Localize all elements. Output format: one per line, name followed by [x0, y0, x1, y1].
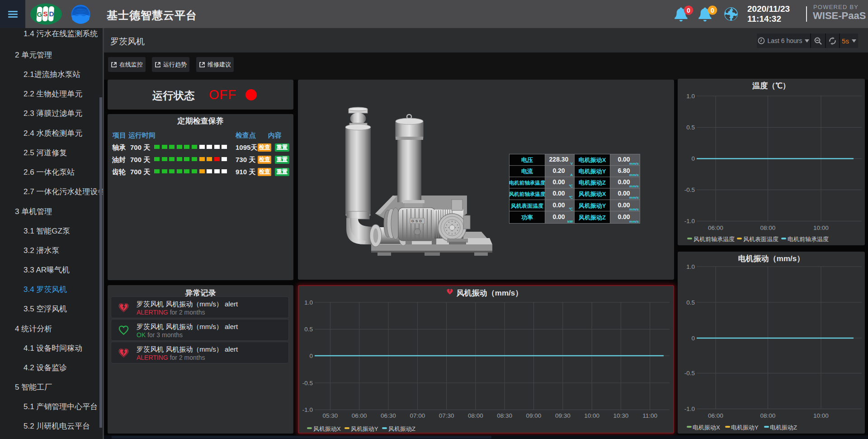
svg-text:0: 0: [691, 335, 695, 342]
svg-text:0.5: 0.5: [304, 326, 313, 333]
svg-text:0.5: 0.5: [686, 299, 695, 306]
svg-text:mm/s: mm/s: [629, 162, 639, 166]
svg-text:-1.0: -1.0: [684, 218, 695, 224]
svg-text:风机表面温度: 风机表面温度: [510, 203, 543, 209]
svg-text:0.00: 0.00: [618, 156, 630, 163]
svg-text:A: A: [570, 173, 573, 177]
svg-text:05:30: 05:30: [323, 412, 338, 419]
svg-text:电机振动X: 电机振动X: [579, 157, 606, 163]
svg-text:07:30: 07:30: [439, 412, 454, 419]
svg-text:风机振动X: 风机振动X: [578, 191, 606, 197]
svg-text:电机前轴承温度: 电机前轴承温度: [509, 180, 546, 186]
svg-text:-0.5: -0.5: [684, 370, 695, 377]
svg-text:0: 0: [691, 155, 695, 162]
svg-text:风机前轴承温度: 风机前轴承温度: [509, 191, 546, 197]
svg-text:电机振动Y: 电机振动Y: [731, 424, 759, 431]
svg-text:07:00: 07:00: [410, 412, 425, 419]
svg-text:风机振动Z: 风机振动Z: [578, 214, 606, 221]
svg-text:GSD: GSD: [411, 219, 423, 223]
svg-text:风机振动Y: 风机振动Y: [578, 202, 606, 209]
svg-text:0.5: 0.5: [686, 124, 695, 131]
svg-text:1.0: 1.0: [304, 299, 313, 306]
svg-text:08:00: 08:00: [760, 224, 776, 231]
svg-text:10:00: 10:00: [813, 412, 829, 419]
svg-text:10:30: 10:30: [613, 412, 629, 419]
svg-text:风机振动Y: 风机振动Y: [351, 425, 378, 432]
svg-text:0.20: 0.20: [552, 167, 565, 174]
svg-text:风机表面温度: 风机表面温度: [743, 236, 778, 243]
svg-text:08:00: 08:00: [468, 412, 483, 419]
svg-text:mm/s: mm/s: [629, 220, 639, 224]
svg-text:G: G: [37, 10, 42, 18]
svg-text:06:00: 06:00: [708, 224, 723, 231]
svg-text:S: S: [43, 10, 48, 18]
svg-text:mm/s: mm/s: [629, 207, 639, 211]
svg-text:-1.0: -1.0: [684, 406, 695, 412]
svg-text:0.00: 0.00: [552, 213, 565, 220]
svg-text:风机振动（mm/s）: 风机振动（mm/s）: [456, 289, 523, 297]
svg-text:kW: kW: [567, 220, 573, 224]
svg-text:08:00: 08:00: [760, 412, 776, 419]
svg-text:09:00: 09:00: [526, 412, 542, 419]
svg-text:功率: 功率: [521, 214, 533, 221]
svg-text:6.80: 6.80: [618, 167, 630, 174]
svg-text:06:00: 06:00: [708, 412, 723, 419]
svg-text:10:00: 10:00: [584, 412, 599, 419]
svg-text:1.0: 1.0: [686, 93, 695, 100]
svg-text:电机振动Y: 电机振动Y: [579, 168, 606, 175]
svg-text:0: 0: [687, 7, 690, 14]
svg-text:风机前轴承温度: 风机前轴承温度: [693, 236, 735, 243]
svg-text:mm/s: mm/s: [629, 173, 639, 177]
svg-text:电机前轴承温度: 电机前轴承温度: [788, 236, 829, 243]
svg-text:0.00: 0.00: [552, 190, 565, 197]
svg-text:11:00: 11:00: [642, 412, 657, 419]
svg-text:温度（℃）: 温度（℃）: [752, 81, 790, 90]
svg-text:-0.5: -0.5: [302, 380, 313, 387]
svg-text:D: D: [49, 10, 54, 18]
svg-text:电机振动X: 电机振动X: [693, 424, 720, 431]
svg-text:电流: 电流: [521, 168, 533, 175]
svg-text:06:00: 06:00: [352, 412, 367, 419]
svg-text:08:30: 08:30: [497, 412, 512, 419]
svg-text:电机振动（mm/s）: 电机振动（mm/s）: [738, 254, 804, 263]
svg-text:0: 0: [711, 7, 714, 14]
svg-text:mm/s: mm/s: [629, 184, 639, 188]
svg-text:0.00: 0.00: [618, 201, 630, 209]
svg-text:℃: ℃: [569, 207, 573, 211]
svg-text:mm/s: mm/s: [629, 196, 639, 200]
svg-text:0.00: 0.00: [552, 201, 565, 209]
svg-text:0.00: 0.00: [618, 190, 630, 197]
svg-text:-1.0: -1.0: [302, 406, 313, 413]
svg-text:V: V: [571, 162, 573, 166]
svg-text:-0.5: -0.5: [684, 186, 695, 193]
svg-text:06:30: 06:30: [381, 412, 396, 419]
svg-text:风机振动Z: 风机振动Z: [388, 425, 415, 432]
svg-text:℃: ℃: [569, 196, 573, 200]
svg-text:0: 0: [309, 353, 313, 359]
svg-text:228.30: 228.30: [549, 156, 569, 163]
svg-text:09:30: 09:30: [555, 412, 571, 419]
svg-text:0.00: 0.00: [618, 178, 630, 186]
svg-text:℃: ℃: [569, 184, 573, 188]
svg-text:电机振动Z: 电机振动Z: [770, 424, 797, 431]
svg-text:0.00: 0.00: [552, 178, 565, 186]
svg-text:10:00: 10:00: [813, 224, 829, 231]
svg-text:电机振动Z: 电机振动Z: [579, 179, 606, 186]
svg-text:0.00: 0.00: [618, 213, 630, 220]
svg-text:风机振动X: 风机振动X: [313, 425, 341, 432]
svg-text:电压: 电压: [521, 157, 533, 163]
svg-text:1.0: 1.0: [686, 263, 695, 270]
